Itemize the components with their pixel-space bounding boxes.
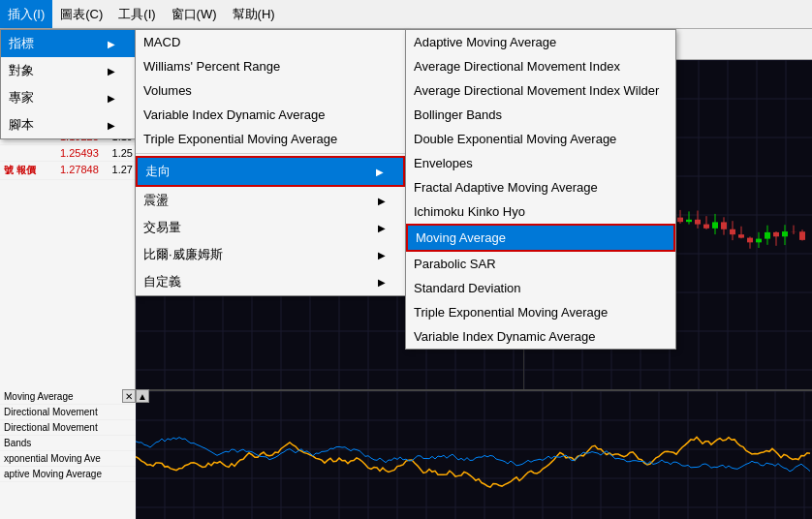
indicator-item-3: Directional Movement (0, 420, 136, 436)
indicator-oscillator[interactable]: 震盪 ▶ (136, 187, 405, 214)
trend-vidya[interactable]: Variable Index Dynamic Average (406, 324, 675, 349)
indicator-tema[interactable]: Triple Exponential Moving Average (136, 127, 405, 151)
indicators-dropdown: MACD Williams' Percent Range Volumes Var… (135, 29, 406, 296)
indicator-volume[interactable]: 交易量 ▶ (136, 214, 405, 241)
arrow-icon: ▶ (378, 250, 386, 260)
indicator-custom[interactable]: 自定義 ▶ (136, 268, 405, 295)
indicator-item-2: Directional Movement (0, 405, 136, 420)
trend-frama[interactable]: Fractal Adaptive Moving Average (406, 175, 675, 199)
indicator-item-5: xponential Moving Ave (0, 451, 136, 467)
trend-admi[interactable]: Average Directional Movement Index (406, 54, 675, 78)
menu-window[interactable]: 窗口(W) (164, 0, 225, 28)
arrow-icon: ▶ (108, 120, 115, 131)
arrow-icon: ▶ (378, 223, 386, 233)
trend-admiw[interactable]: Average Directional Movement Index Wilde… (406, 78, 675, 103)
indicator-item-6: aptive Moving Average (0, 467, 136, 482)
trend-tema[interactable]: Triple Exponential Moving Average (406, 300, 675, 324)
indicator-volumes[interactable]: Volumes (136, 78, 405, 103)
menu-item-objects[interactable]: 對象 ▶ (1, 57, 135, 84)
trend-dema[interactable]: Double Exponential Moving Average (406, 127, 675, 151)
menu-chart[interactable]: 圖表(C) (52, 0, 110, 28)
menu-bar: 插入(I) 圖表(C) 工具(I) 窗口(W) 幫助(H) (0, 0, 812, 29)
arrow-icon: ▶ (108, 66, 115, 76)
price-row-5: 1.25493 1.25 (0, 145, 135, 162)
trend-envelopes[interactable]: Envelopes (406, 151, 675, 175)
indicator-vidya[interactable]: Variable Index Dynamic Average (136, 103, 405, 127)
indicator-list: Moving Average Directional Movement Dire… (0, 389, 136, 519)
arrow-icon: ▶ (378, 277, 386, 288)
trend-ama[interactable]: Adaptive Moving Average (406, 30, 675, 54)
menu-item-indicators[interactable]: 指標 ▶ (1, 30, 135, 57)
menu-separator (136, 153, 405, 154)
trend-stddev[interactable]: Standard Deviation (406, 276, 675, 300)
indicator-williams[interactable]: Williams' Percent Range (136, 54, 405, 78)
arrow-icon: ▶ (376, 167, 384, 177)
menu-help[interactable]: 幫助(H) (225, 0, 283, 28)
indicator-item-1: Moving Average (0, 389, 136, 405)
indicator-bill[interactable]: 比爾·威廉姆斯 ▶ (136, 241, 405, 268)
trend-psar[interactable]: Parabolic SAR (406, 252, 675, 276)
menu-item-scripts[interactable]: 腳本 ▶ (1, 111, 135, 138)
sub-chart (136, 389, 812, 519)
indicator-trend[interactable]: 走向 ▶ (136, 156, 405, 187)
arrow-icon: ▶ (108, 39, 115, 49)
menu-tools[interactable]: 工具(I) (110, 0, 163, 28)
scroll-up-button[interactable]: ▲ (136, 389, 149, 403)
insert-dropdown: 指標 ▶ 對象 ▶ 專家 ▶ 腳本 ▶ (0, 29, 136, 139)
arrow-icon: ▶ (378, 196, 386, 206)
trend-bb[interactable]: Bollinger Bands (406, 103, 675, 127)
arrow-icon: ▶ (108, 93, 115, 104)
indicator-macd[interactable]: MACD (136, 30, 405, 54)
price-row-6: 號 報價 1.27848 1.27 (0, 162, 135, 180)
trend-ma[interactable]: Moving Average (406, 224, 675, 252)
trend-dropdown: Adaptive Moving Average Average Directio… (405, 29, 676, 350)
trend-ichimoku[interactable]: Ichimoku Kinko Hyo (406, 199, 675, 224)
menu-item-experts[interactable]: 專家 ▶ (1, 84, 135, 111)
indicator-item-4: Bands (0, 436, 136, 451)
close-subchart-button[interactable]: ✕ (122, 389, 136, 403)
menu-insert[interactable]: 插入(I) (0, 0, 52, 28)
